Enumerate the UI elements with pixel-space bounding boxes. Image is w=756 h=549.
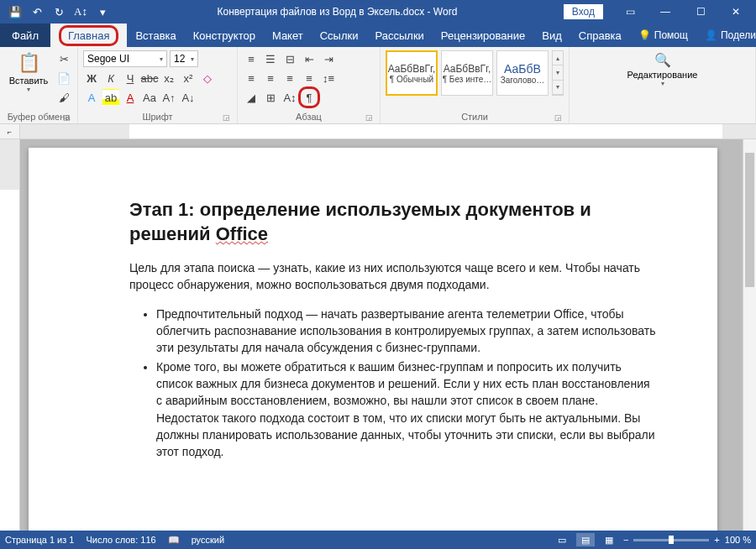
- qat-customize-icon[interactable]: ▾: [94, 3, 111, 20]
- view-web-icon[interactable]: ▦: [600, 533, 618, 546]
- clipboard-launcher-icon[interactable]: ◲: [63, 113, 71, 122]
- font-size-combo[interactable]: 12▾: [170, 50, 198, 67]
- titlebar: 💾 ↶ ↻ A↕ ▾ Конвертация файлов из Ворд в …: [0, 0, 756, 24]
- clear-format-button[interactable]: ◇: [199, 70, 216, 86]
- scrollbar-vertical[interactable]: [743, 139, 756, 531]
- zoom-level[interactable]: 100 %: [725, 535, 751, 545]
- decrease-indent-button[interactable]: ⇤: [301, 50, 318, 67]
- styles-launcher-icon[interactable]: ◲: [554, 113, 562, 122]
- ribbon-tabs: Файл Главная Вставка Конструктор Макет С…: [0, 24, 756, 47]
- tab-review[interactable]: Рецензирование: [433, 24, 533, 47]
- tab-home[interactable]: Главная: [50, 24, 127, 47]
- group-editing: 🔍 Редактирование ▾: [570, 47, 756, 123]
- view-read-icon[interactable]: ▭: [553, 533, 571, 546]
- ribbon: 📋 Вставить ▾ ✂ 📄 🖌 Буфер обмена◲ Segoe U…: [0, 47, 756, 124]
- qat-more-icon[interactable]: A↕: [72, 3, 89, 20]
- maximize-button[interactable]: ☐: [684, 0, 717, 24]
- italic-button[interactable]: К: [102, 70, 119, 86]
- styles-scroll[interactable]: ▴▾▾: [552, 50, 564, 96]
- justify-button[interactable]: ≡: [301, 70, 318, 86]
- statusbar: Страница 1 из 1 Число слов: 116 📖 русски…: [0, 531, 756, 549]
- save-icon[interactable]: 💾: [7, 3, 24, 20]
- tell-me[interactable]: 💡Помощ: [630, 24, 696, 47]
- bold-button[interactable]: Ж: [83, 70, 100, 86]
- underline-button[interactable]: Ч: [122, 70, 139, 86]
- show-marks-button[interactable]: ¶: [301, 89, 318, 106]
- bullets-button[interactable]: ≡: [243, 50, 260, 67]
- proofing-icon[interactable]: 📖: [168, 535, 180, 546]
- zoom-out-button[interactable]: −: [623, 535, 628, 545]
- page-viewport[interactable]: Этап 1: определение используемых докумен…: [20, 139, 743, 531]
- tab-help[interactable]: Справка: [570, 24, 630, 47]
- style-heading1[interactable]: АаБбВЗаголово…: [496, 50, 549, 96]
- line-spacing-button[interactable]: ↕≡: [320, 70, 337, 86]
- group-font: Segoe UI▾ 12▾ Ж К Ч abc x₂ x² ◇ A ab A A…: [78, 47, 238, 123]
- increase-indent-button[interactable]: ⇥: [320, 50, 337, 67]
- redo-icon[interactable]: ↻: [50, 3, 67, 20]
- align-right-button[interactable]: ≡: [281, 70, 298, 86]
- tab-file[interactable]: Файл: [0, 24, 50, 47]
- status-words[interactable]: Число слов: 116: [86, 535, 155, 545]
- format-painter-button[interactable]: 🖌: [55, 89, 72, 106]
- clipboard-icon: 📋: [18, 52, 40, 74]
- editing-dropdown[interactable]: 🔍 Редактирование ▾: [639, 50, 686, 87]
- shading-button[interactable]: ◢: [243, 89, 260, 106]
- group-clipboard: 📋 Вставить ▾ ✂ 📄 🖌 Буфер обмена◲: [0, 47, 78, 123]
- minimize-button[interactable]: —: [648, 0, 682, 24]
- ruler-horizontal[interactable]: [20, 124, 756, 139]
- status-language[interactable]: русский: [192, 535, 224, 545]
- group-styles: АаБбВвГг,¶ Обычный АаБбВвГг,¶ Без инте… …: [381, 47, 570, 123]
- numbering-button[interactable]: ☰: [262, 50, 279, 67]
- shrink-font-button[interactable]: A↓: [180, 89, 197, 106]
- tab-insert[interactable]: Вставка: [127, 24, 184, 47]
- scrollbar-thumb[interactable]: [745, 153, 754, 287]
- cut-button[interactable]: ✂: [55, 50, 72, 67]
- bulb-icon: 💡: [638, 29, 651, 41]
- align-center-button[interactable]: ≡: [262, 70, 279, 86]
- style-no-spacing[interactable]: АаБбВвГг,¶ Без инте…: [441, 50, 493, 96]
- tab-selector[interactable]: ⌐: [0, 124, 20, 139]
- tab-layout[interactable]: Макет: [264, 24, 312, 47]
- close-button[interactable]: ✕: [719, 0, 753, 24]
- strikethrough-button[interactable]: abc: [141, 70, 158, 86]
- font-launcher-icon[interactable]: ◲: [223, 113, 230, 122]
- style-normal[interactable]: АаБбВвГг,¶ Обычный: [386, 50, 438, 96]
- paragraph-launcher-icon[interactable]: ◲: [365, 113, 373, 122]
- zoom-in-button[interactable]: +: [714, 535, 719, 545]
- paste-button[interactable]: 📋 Вставить ▾: [5, 50, 52, 93]
- list-item[interactable]: Предпочтительный подход — начать разверт…: [156, 306, 659, 357]
- ruler-vertical[interactable]: [0, 139, 20, 531]
- tab-references[interactable]: Ссылки: [312, 24, 367, 47]
- highlight-button[interactable]: ab: [102, 89, 119, 106]
- superscript-button[interactable]: x²: [180, 70, 197, 86]
- find-icon: 🔍: [654, 52, 671, 68]
- font-color-button[interactable]: A: [122, 89, 139, 106]
- ribbon-options-icon[interactable]: ▭: [613, 0, 647, 24]
- view-print-icon[interactable]: ▤: [576, 533, 595, 546]
- share-button[interactable]: 👤Поделиться: [696, 24, 756, 47]
- window-title: Конвертация файлов из Ворд в Эксель.docx…: [111, 6, 564, 18]
- tab-design[interactable]: Конструктор: [185, 24, 264, 47]
- tab-mailings[interactable]: Рассылки: [366, 24, 432, 47]
- status-page[interactable]: Страница 1 из 1: [5, 535, 74, 545]
- sort-button[interactable]: A↕: [281, 89, 298, 106]
- borders-button[interactable]: ⊞: [262, 89, 279, 106]
- grow-font-button[interactable]: A↑: [160, 89, 177, 106]
- multilevel-button[interactable]: ⊟: [281, 50, 298, 67]
- page[interactable]: Этап 1: определение используемых докумен…: [29, 148, 717, 531]
- login-button[interactable]: Вход: [564, 4, 603, 19]
- heading-1[interactable]: Этап 1: определение используемых докумен…: [129, 198, 659, 246]
- change-case-button[interactable]: Aa: [141, 89, 158, 106]
- copy-button[interactable]: 📄: [55, 70, 72, 86]
- text-effects-button[interactable]: A: [83, 89, 100, 106]
- paragraph[interactable]: Цель для этапа поиска — узнать, какие из…: [129, 259, 659, 294]
- list-item[interactable]: Кроме того, вы можете обратиться к вашим…: [156, 358, 659, 461]
- group-paragraph: ≡ ☰ ⊟ ⇤ ⇥ ≡ ≡ ≡ ≡ ↕≡ ◢ ⊞ A↕ ¶ Абзац◲: [238, 47, 381, 123]
- person-icon: 👤: [705, 29, 717, 41]
- align-left-button[interactable]: ≡: [243, 70, 260, 86]
- font-name-combo[interactable]: Segoe UI▾: [83, 50, 167, 67]
- zoom-slider[interactable]: [633, 539, 709, 541]
- subscript-button[interactable]: x₂: [160, 70, 177, 86]
- tab-view[interactable]: Вид: [533, 24, 570, 47]
- undo-icon[interactable]: ↶: [29, 3, 45, 20]
